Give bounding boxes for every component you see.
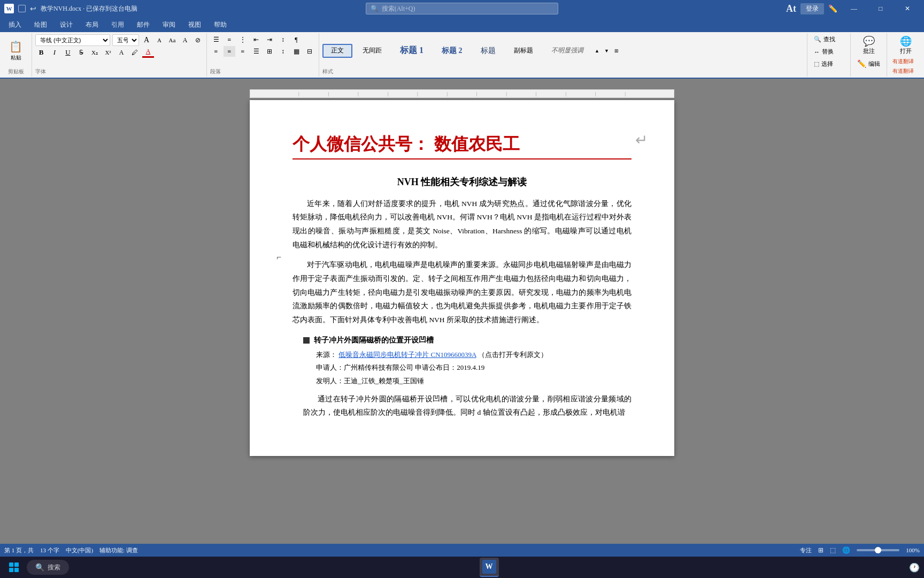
column-button[interactable]: ⊞ [264,46,275,57]
font-row-1: 等线 (中文正文) 五号 A A Aa A ⊘ [35,34,203,46]
styles-scroll-down[interactable]: ▼ [603,48,611,54]
decrease-indent-button[interactable]: ⇤ [250,34,262,45]
increase-indent-button[interactable]: ⇥ [264,34,275,45]
style-wujiangu[interactable]: 无间距 [355,44,390,58]
select-icon: ⬚ [814,60,819,67]
styles-row: 正文 无间距 标题 1 标题 2 标题 副标题 不明显强调 ▲ ▼ ⊞ [322,34,804,67]
paragraph-2[interactable]: 对于汽车驱动电机，电机电磁噪声是电机噪声的重要来源。永磁同步电机电磁辐射噪声是由… [292,258,632,326]
expert-btn[interactable]: 专注 [800,546,812,554]
close-button[interactable]: ✕ [895,0,920,17]
web-view-btn[interactable]: 🌐 [842,546,850,554]
styles-scroll-up[interactable]: ▲ [594,48,601,54]
font-row-2: B I U S̶ X₂ X² A 🖊 A [35,47,203,58]
review-group: 💬 批注 ✏️ 编辑 [850,33,887,77]
quick-save [18,5,26,12]
bullet-title-row: 转子冲片外圆隔磁桥的位置开设凹槽 [303,336,632,345]
strikethrough-button[interactable]: S̶ [75,47,87,58]
tab-draw[interactable]: 绘图 [28,17,53,32]
font-family-select[interactable]: 等线 (中文正文) [35,34,110,46]
paragraph-group: ☰ ≡ ⋮ ⇤ ⇥ ↕ ¶ ≡ ≡ ≡ ☰ ⊞ ↕ ▦ ⊟ 段落 [207,33,319,77]
border-button[interactable]: ⊟ [304,46,315,57]
source-link[interactable]: 低噪音永磁同步电机转子冲片 CN109660039A [338,351,476,359]
style-heading2[interactable]: 标题 2 [434,44,471,58]
replace-button[interactable]: ↔ 替换 [812,47,846,57]
superscript-button[interactable]: X² [102,47,114,58]
styles-group: 正文 无间距 标题 1 标题 2 标题 副标题 不明显强调 ▲ ▼ ⊞ [319,33,807,77]
youdao-translate2-button[interactable]: 有道翻译 [891,67,920,75]
word-taskbar-btn[interactable]: W [480,558,499,577]
comment-button[interactable]: 💬 批注 [855,34,882,56]
find-button[interactable]: 🔍 查找 [812,34,846,44]
font-color-button[interactable]: A [142,47,154,58]
titlebar-search[interactable]: 🔍 搜索(Alt+Q) [366,3,558,14]
login-button[interactable]: 登录 [800,3,824,14]
tab-references[interactable]: 引用 [105,17,130,32]
font-color-btn1[interactable]: A [180,35,190,45]
source-line: 来源： 低噪音永磁同步电机转子冲片 CN109660039A （点击打开专利原文… [316,348,632,362]
shading-button[interactable]: ▦ [290,46,302,57]
bold-button[interactable]: B [35,47,47,58]
title-bar: W ↩ 教学NVH.docx · 已保存到这台电脑 🔍 搜索(Alt+Q) At… [0,0,924,17]
titlebar-right: At 登录 ✏️ — □ ✕ [786,0,920,17]
style-subtle-em[interactable]: 不明显强调 [543,44,591,58]
font-size-select[interactable]: 五号 [112,34,139,46]
font-case-button[interactable]: Aa [167,35,178,45]
tab-help[interactable]: 帮助 [207,17,233,32]
maximize-button[interactable]: □ [868,0,893,17]
subscript-button[interactable]: X₂ [89,47,101,58]
sort-button[interactable]: ↕ [277,34,289,45]
editor-button[interactable]: ✏️ 编辑 [855,58,882,70]
italic-button[interactable]: I [49,47,60,58]
document-area: |||||||||||| ↵ ⌐ 个人微信公共号： 数值农民工 NVH 性能相关… [0,79,924,556]
layout-view-btn[interactable]: ⊞ [818,546,823,554]
show-hide-button[interactable]: ¶ [290,34,302,45]
open-translate-button[interactable]: 🌐 打开 [891,34,920,56]
tab-design[interactable]: 设计 [53,17,79,32]
paste-button[interactable]: 📋 粘贴 [6,34,26,67]
align-right-button[interactable]: ≡ [237,46,249,57]
undo-icon[interactable]: ↩ [30,4,36,13]
align-center-button[interactable]: ≡ [224,46,235,57]
lang-status: 中文(中国) [66,546,93,554]
multilevel-button[interactable]: ⋮ [237,34,249,45]
document-page: ↵ ⌐ 个人微信公共号： 数值农民工 NVH 性能相关专利综述与解读 近年来，随… [250,100,674,456]
increase-font-button[interactable]: A [141,35,152,45]
bullet-square-icon [303,337,310,344]
style-heading[interactable]: 标题 [473,44,504,58]
tab-layout[interactable]: 布局 [79,17,105,32]
tab-view[interactable]: 视图 [182,17,207,32]
font-clear-btn[interactable]: ⊘ [192,35,203,45]
style-zhengwen[interactable]: 正文 [322,44,352,58]
ribbon-tabs-bar: 插入 绘图 设计 布局 引用 邮件 审阅 视图 帮助 [0,17,924,32]
zoom-slider[interactable] [857,549,899,551]
line-spacing-button[interactable]: ↕ [277,46,289,57]
paragraph-1[interactable]: 近年来，随着人们对舒适度要求的提升，电机 NVH 成为研究热点。通过优化气隙谐波… [292,197,632,252]
windows-button[interactable] [4,558,24,577]
title-text: 教学NVH.docx · 已保存到这台电脑 [41,4,137,13]
minimize-button[interactable]: — [842,0,866,17]
bullet-description[interactable]: 通过在转子冲片外圆的隔磁桥开设凹槽，可以优化电机的谐波分量，削弱相应谐波分量频域… [303,392,632,420]
ribbon-content: 📋 粘贴 剪贴板 等线 (中文正文) 五号 A A Aa A ⊘ B I U S… [0,32,924,79]
align-left-button[interactable]: ≡ [210,46,222,57]
underline-button[interactable]: U [62,47,74,58]
pen-icon[interactable]: ✏️ [826,4,840,13]
style-heading1[interactable]: 标题 1 [392,44,432,58]
youdao-translate-button[interactable]: 有道翻译 [891,57,920,66]
justify-button[interactable]: ☰ [250,46,262,57]
text-effect-button[interactable]: A [116,47,127,58]
decrease-font-button[interactable]: A [154,35,165,45]
tab-review[interactable]: 审阅 [156,17,182,32]
bullets-button[interactable]: ☰ [210,34,222,45]
word-count-status: 13 个字 [40,546,59,554]
document-red-title[interactable]: 个人微信公共号： 数值农民工 [292,132,632,159]
styles-expand[interactable]: ⊞ [613,48,620,54]
taskbar-search[interactable]: 🔍 搜索 [27,560,69,575]
highlight-button[interactable]: 🖊 [129,47,141,58]
numbering-button[interactable]: ≡ [224,34,235,45]
tab-insert[interactable]: 插入 [2,17,28,32]
tab-mailings[interactable]: 邮件 [130,17,156,32]
select-button[interactable]: ⬚ 选择 [812,59,846,69]
search-icon: 🔍 [371,5,379,13]
print-view-btn[interactable]: ⬚ [830,546,836,554]
style-subtitle[interactable]: 副标题 [506,44,541,58]
